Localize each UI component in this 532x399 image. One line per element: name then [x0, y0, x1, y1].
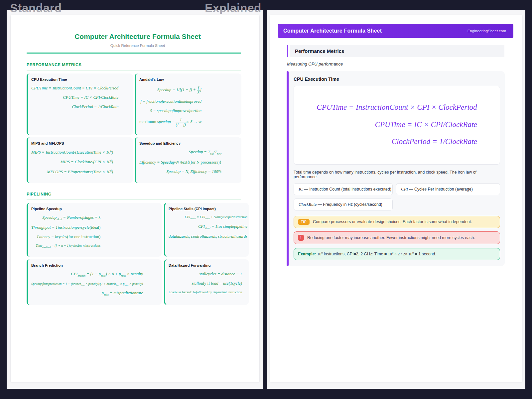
formula: ClockPeriod = 1/ClockRate	[317, 137, 477, 146]
formula: CPUTime = IC × CPI/ClockRate	[31, 95, 118, 100]
example-callout: Example: 109 instructions, CPI=2, 2 GHz:…	[294, 248, 500, 260]
formula: MFLOPS = FPoperations/(Time × 106)	[31, 169, 113, 175]
formula: MIPS = InstructionCount/(ExecutionTime ×…	[31, 150, 113, 155]
formula: Latency = kcycles(for one instruction)	[31, 234, 100, 239]
formula: CPIactual = CPIideal + Stallcyclesperins…	[169, 215, 247, 220]
definition-chip: CPI — Cycles Per Instruction (average)	[396, 183, 500, 195]
formula-card: Speedup and EfficiencySpeedup = Told/Tne…	[135, 137, 241, 183]
formula-list: CPUTime = InstructionCount × CPI × Clock…	[317, 103, 477, 146]
formula-card-grid: CPU Execution TimeCPUTime = InstructionC…	[27, 73, 249, 183]
card-title: Pipeline Stalls (CPI Impact)	[169, 207, 245, 211]
explained-label: Explained	[205, 1, 261, 15]
standard-page: Computer Architecture Formula Sheet Quic…	[11, 15, 259, 382]
page-subtitle: Quick Reference Formula Sheet	[27, 44, 249, 48]
card-title: Speedup and Efficiency	[139, 141, 238, 145]
card-title: Data Hazard Forwarding	[169, 263, 245, 267]
formula-card: Amdahl's LawSpeedup = 1/[(1 − f) + fS]f …	[135, 73, 241, 135]
page-title: Computer Architecture Formula Sheet	[27, 33, 249, 41]
section-header: Performance Metrics	[287, 45, 504, 57]
card-title: Amdahl's Law	[139, 77, 238, 81]
standard-panel: Computer Architecture Formula Sheet Quic…	[7, 10, 263, 389]
formula: stallcycles = distance − 1	[169, 272, 242, 277]
formula: f = fractionofexecutiontimeimproved	[139, 99, 201, 104]
card-title: MIPS and MFLOPS	[31, 141, 130, 145]
definition-term: ClockRate	[299, 202, 317, 207]
sheet-header: Computer Architecture Formula Sheet Engi…	[278, 24, 513, 38]
formula-card-grid: Pipeline SpeedupSpeedupideal = Numberofs…	[27, 203, 249, 305]
section-title: Performance Metrics	[290, 45, 504, 57]
formula: Speedup = 1/[(1 − f) + fS]	[139, 86, 201, 95]
formula-card: CPU Execution TimeCPUTime = InstructionC…	[27, 73, 133, 135]
formula: Timepipelined = (k + n − 1)cyclesfor nin…	[31, 244, 100, 248]
panel-divider-handle[interactable]	[266, 0, 266, 399]
formula: Load-use hazard: lwfollowed by dependent…	[169, 290, 242, 294]
formula: maximum speedup = 1(1 − f)as S → ∞	[139, 118, 201, 127]
section-heading: PIPELINING	[27, 192, 241, 200]
tip-badge: TIP	[298, 219, 310, 225]
definition-term: IC	[299, 187, 303, 192]
example-label: Example:	[298, 252, 316, 256]
card-title: CPU Execution Time	[294, 76, 500, 82]
definition-list: IC — Instruction Count (total instructio…	[294, 183, 500, 210]
formula: CPUTime = InstructionCount × CPI × Clock…	[317, 103, 477, 112]
sheet-header-site-link[interactable]: EngineeringSheet.com	[467, 29, 506, 33]
explained-page: Computer Architecture Formula Sheet Engi…	[270, 15, 522, 382]
warning-callout: ! Reducing one factor may increase anoth…	[294, 231, 500, 244]
standard-label: Standard	[10, 1, 62, 15]
card-title: CPU Execution Time	[31, 77, 130, 81]
formula: stallonly if load − use(1cycle)	[169, 281, 242, 286]
formula-card: Data Hazard Forwardingstallcycles = dist…	[164, 259, 249, 305]
section-accent-bar	[287, 45, 288, 57]
definition-chip: IC — Instruction Count (total instructio…	[294, 183, 393, 195]
formula: MIPS = ClockRate/(CPI × 106)	[31, 159, 113, 165]
title-rule	[27, 53, 241, 54]
formula: S = speedupofimprovedportion	[139, 108, 201, 113]
warning-text: Reducing one factor may increase another…	[307, 235, 475, 240]
sheet-header-title: Computer Architecture Formula Sheet	[283, 28, 382, 34]
formula: Efficiency = Speedup/N \text{(for N proc…	[139, 160, 221, 165]
formula: Speedupfromprediction = 1 + (branchfreq …	[31, 282, 143, 287]
tip-callout: TIP Compare processors or evaluate desig…	[294, 216, 500, 228]
explanation-text: Total time depends on how many instructi…	[294, 170, 500, 179]
formula-card: Pipeline SpeedupSpeedupideal = Numberofs…	[27, 203, 162, 257]
explained-formula-card: CPU Execution Time CPUTime = Instruction…	[288, 71, 505, 266]
warning-icon: !	[298, 235, 304, 241]
formula: datahazards, controlhazards, structuralh…	[169, 234, 247, 239]
card-title: Pipeline Speedup	[31, 207, 158, 211]
explained-panel: Computer Architecture Formula Sheet Engi…	[267, 10, 525, 389]
formula: CPUTime = InstructionCount × CPI × Clock…	[31, 86, 118, 91]
definition-chip: ClockRate — Frequency in Hz (cycles/seco…	[294, 199, 393, 210]
formula: CPUTime = IC × CPI/ClockRate	[317, 120, 477, 129]
formula: CPIbranch = (1 − pmiss) × 0 + pmiss × pe…	[31, 272, 143, 277]
formula-sections: PERFORMANCE METRICSCPU Execution TimeCPU…	[27, 63, 249, 305]
formula-card: Pipeline Stalls (CPI Impact)CPIactual = …	[164, 203, 249, 257]
formula-box: CPUTime = InstructionCount × CPI × Clock…	[294, 86, 500, 165]
formula: Throughput = 1instructionpercycle(ideal)	[31, 225, 100, 230]
section-subtitle: Measuring CPU performance	[287, 62, 513, 66]
tip-text: Compare processors or evaluate design ch…	[313, 219, 472, 224]
definition-term: CPI	[401, 187, 408, 192]
formula: CPIideal = 1for simplepipeline	[169, 224, 247, 230]
example-text: 109 instructions, CPI=2, 2 GHz: Time = 1…	[317, 252, 436, 256]
formula-card: MIPS and MFLOPSMIPS = InstructionCount/(…	[27, 137, 133, 183]
formula: pmiss = mispredictionrate	[31, 291, 143, 296]
formula: ClockPeriod = 1/ClockRate	[31, 104, 118, 109]
formula: Speedup = N, Efficiency = 100%	[139, 169, 221, 174]
formula-card: Branch PredictionCPIbranch = (1 − pmiss)…	[27, 259, 162, 305]
formula: Speedupideal = Numberofstages = k	[31, 215, 100, 221]
section-heading: PERFORMANCE METRICS	[27, 63, 241, 70]
formula: Speedup = Told/Tnew	[139, 150, 221, 155]
card-title: Branch Prediction	[31, 263, 158, 267]
